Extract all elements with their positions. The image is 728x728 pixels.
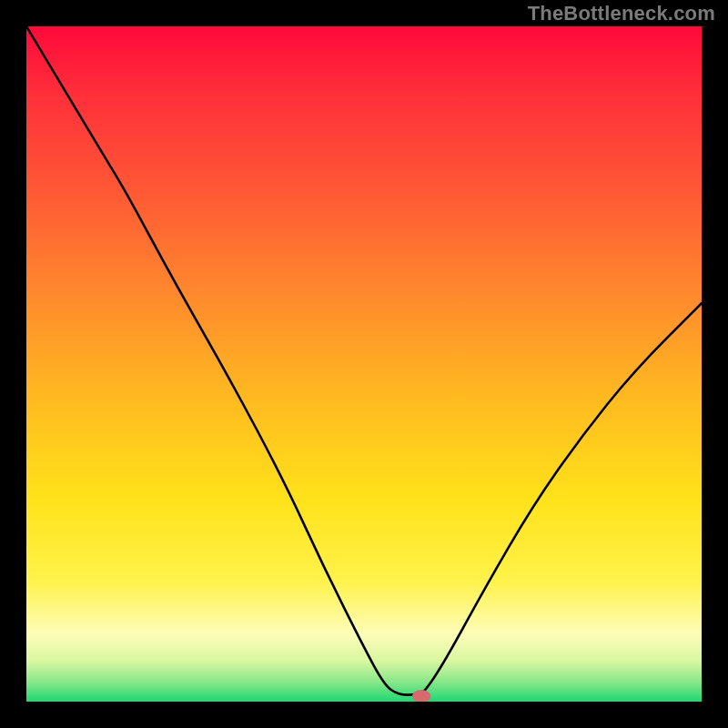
- chart-frame: TheBottleneck.com: [0, 0, 728, 728]
- gradient-background: [26, 26, 702, 702]
- plot-area: [26, 26, 702, 702]
- watermark-text: TheBottleneck.com: [528, 2, 715, 25]
- bottleneck-chart: [26, 26, 702, 702]
